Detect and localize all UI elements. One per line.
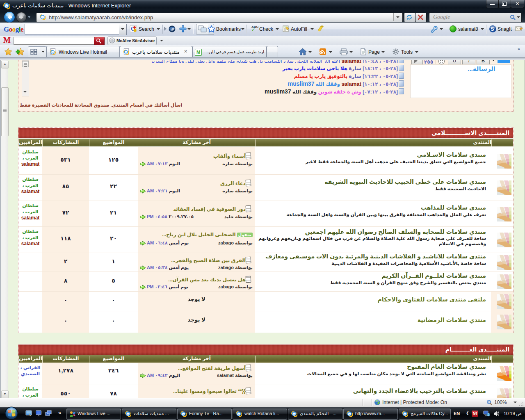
svg-text:?: ?	[111, 39, 114, 43]
svg-text:S: S	[491, 26, 494, 32]
